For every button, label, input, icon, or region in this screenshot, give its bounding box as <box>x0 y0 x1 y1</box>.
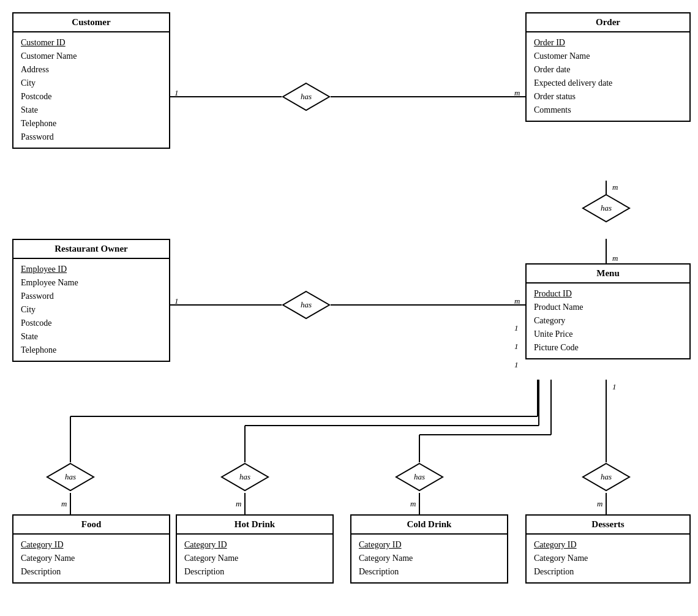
owner-field-5: State <box>21 330 162 344</box>
customer-field-6: Telephone <box>21 117 162 130</box>
cardinality-owner-1: 1 <box>174 296 179 306</box>
menu-food-diamond: has <box>46 462 95 492</box>
svg-text:has: has <box>601 472 612 481</box>
cardinality-cust-1: 1 <box>174 88 179 98</box>
cardinality-food-m: m <box>61 499 67 509</box>
cold-drink-fields: Category ID Category Name Description <box>351 535 507 582</box>
cardinality-menu-cold-1: 1 <box>514 360 519 370</box>
svg-text:has: has <box>414 472 425 481</box>
hot-drink-entity: Hot Drink Category ID Category Name Desc… <box>176 514 334 584</box>
cold-drink-field-1: Category Name <box>359 552 500 565</box>
order-entity: Order Order ID Customer Name Order date … <box>525 12 691 122</box>
order-field-1: Customer Name <box>534 50 682 63</box>
customer-field-1: Customer Name <box>21 50 162 63</box>
desserts-entity: Desserts Category ID Category Name Descr… <box>525 514 691 584</box>
customer-field-0: Customer ID <box>21 36 162 50</box>
desserts-title: Desserts <box>527 516 689 535</box>
svg-text:has: has <box>65 472 76 481</box>
menu-hot-diamond: has <box>220 462 269 492</box>
owner-field-2: Password <box>21 290 162 303</box>
owner-field-6: Telephone <box>21 344 162 357</box>
restaurant-owner-entity: Restaurant Owner Employee ID Employee Na… <box>12 239 170 362</box>
desserts-fields: Category ID Category Name Description <box>527 535 689 582</box>
food-field-2: Description <box>21 565 162 579</box>
menu-field-3: Unite Price <box>534 328 682 341</box>
customer-field-7: Password <box>21 130 162 144</box>
restaurant-owner-title: Restaurant Owner <box>13 240 169 259</box>
order-field-3: Expected delivery date <box>534 77 682 90</box>
customer-field-4: Postcode <box>21 90 162 103</box>
desserts-field-2: Description <box>534 565 682 579</box>
cardinality-desserts-1: 1 <box>612 382 617 392</box>
order-field-5: Comments <box>534 103 682 117</box>
svg-text:has: has <box>301 300 312 309</box>
owner-field-0: Employee ID <box>21 263 162 276</box>
owner-menu-diamond: has <box>282 290 331 320</box>
owner-field-4: Postcode <box>21 317 162 330</box>
cold-drink-entity: Cold Drink Category ID Category Name Des… <box>350 514 508 584</box>
cardinality-menu-hot-1: 1 <box>514 342 519 351</box>
food-title: Food <box>13 516 169 535</box>
restaurant-owner-fields: Employee ID Employee Name Password City … <box>13 259 169 361</box>
food-fields: Category ID Category Name Description <box>13 535 169 582</box>
hot-drink-title: Hot Drink <box>177 516 332 535</box>
menu-desserts-diamond: has <box>582 462 631 492</box>
customer-field-3: City <box>21 77 162 90</box>
order-field-0: Order ID <box>534 36 682 50</box>
owner-field-3: City <box>21 303 162 317</box>
cold-drink-field-0: Category ID <box>359 538 500 552</box>
svg-text:has: has <box>601 203 612 212</box>
food-field-1: Category Name <box>21 552 162 565</box>
hot-drink-field-2: Description <box>184 565 325 579</box>
order-field-2: Order date <box>534 63 682 77</box>
cardinality-desserts-m: m <box>597 499 602 509</box>
desserts-field-0: Category ID <box>534 538 682 552</box>
desserts-field-1: Category Name <box>534 552 682 565</box>
cardinality-owner-m: m <box>514 296 520 306</box>
cust-order-diamond: has <box>282 82 331 111</box>
order-fields: Order ID Customer Name Order date Expect… <box>527 32 689 121</box>
customer-fields: Customer ID Customer Name Address City P… <box>13 32 169 148</box>
cardinality-hot-m: m <box>236 499 241 509</box>
cardinality-cold-m: m <box>410 499 416 509</box>
order-field-4: Order status <box>534 90 682 103</box>
order-menu-diamond: has <box>582 193 631 223</box>
cold-drink-title: Cold Drink <box>351 516 507 535</box>
menu-cold-diamond: has <box>395 462 444 492</box>
cardinality-cust-m: m <box>514 88 520 98</box>
menu-fields: Product ID Product Name Category Unite P… <box>527 284 689 358</box>
customer-entity: Customer Customer ID Customer Name Addre… <box>12 12 170 149</box>
menu-field-2: Category <box>534 314 682 328</box>
cold-drink-field-2: Description <box>359 565 500 579</box>
cardinality-menu-food-1: 1 <box>514 323 519 333</box>
menu-field-0: Product ID <box>534 287 682 301</box>
cardinality-order-m-bot: m <box>612 254 618 263</box>
customer-title: Customer <box>13 13 169 32</box>
food-field-0: Category ID <box>21 538 162 552</box>
hot-drink-fields: Category ID Category Name Description <box>177 535 332 582</box>
food-entity: Food Category ID Category Name Descripti… <box>12 514 170 584</box>
order-title: Order <box>527 13 689 32</box>
svg-text:has: has <box>239 472 250 481</box>
menu-title: Menu <box>527 265 689 284</box>
hot-drink-field-1: Category Name <box>184 552 325 565</box>
menu-entity: Menu Product ID Product Name Category Un… <box>525 263 691 359</box>
svg-text:has: has <box>301 92 312 101</box>
menu-field-1: Product Name <box>534 301 682 314</box>
cardinality-order-m-top: m <box>612 182 618 192</box>
owner-field-1: Employee Name <box>21 276 162 290</box>
customer-field-5: State <box>21 103 162 117</box>
customer-field-2: Address <box>21 63 162 77</box>
menu-field-4: Picture Code <box>534 341 682 355</box>
hot-drink-field-0: Category ID <box>184 538 325 552</box>
